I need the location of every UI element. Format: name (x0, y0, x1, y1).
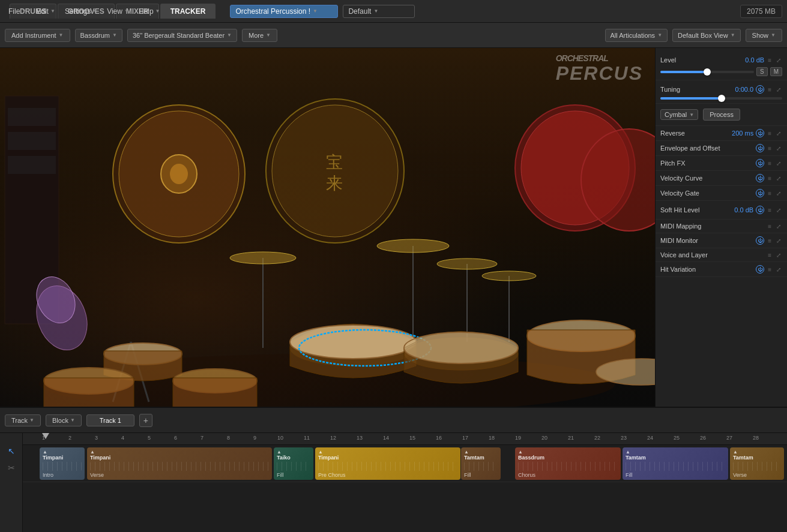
envelope-expand-icon[interactable]: ⤢ (775, 145, 782, 152)
add-track-button[interactable]: + (139, 414, 152, 427)
timeline-area: 1 2 3 4 5 6 7 8 9 10 11 12 13 14 15 16 1 (23, 433, 787, 532)
reverse-expand-icon[interactable]: ⤢ (775, 130, 782, 137)
pitch-fx-expand-icon[interactable]: ⤢ (775, 160, 782, 167)
menu-view[interactable]: View ▼ (103, 5, 133, 18)
pitch-fx-power-button[interactable]: ⏻ (756, 159, 764, 167)
track-block-taiko-fill[interactable]: ▲ Taiko Fill (274, 447, 313, 480)
tuning-power-button[interactable]: ⏻ (756, 85, 764, 94)
instrument-name: Orchestral Percussion ! (235, 7, 310, 16)
solo-button[interactable]: S (756, 67, 768, 76)
envelope-menu-icon[interactable]: ≡ (767, 145, 773, 152)
reverse-menu-icon[interactable]: ≡ (767, 130, 773, 137)
instrument-selector[interactable]: Orchestral Percussion ! ▼ (230, 5, 338, 18)
level-slider-thumb[interactable] (704, 68, 711, 76)
track-dropdown[interactable]: Track ▼ (5, 414, 41, 426)
midi-monitor-power-button[interactable]: ⏻ (756, 236, 764, 245)
soft-hit-power-button[interactable]: ⏻ (756, 206, 764, 214)
velocity-gate-section[interactable]: Velocity Gate ⏻ ≡ ⤢ (656, 186, 787, 201)
mute-button[interactable]: M (770, 67, 782, 76)
block-icon: ▲ (318, 449, 457, 455)
menu-help[interactable]: Help ▼ (135, 5, 164, 18)
add-instrument-button[interactable]: Add Instrument ▼ (5, 29, 70, 42)
level-menu-icon[interactable]: ≡ (767, 57, 773, 64)
track-controls: Track ▼ Block ▼ Track 1 + (0, 408, 787, 433)
soft-hit-expand-icon[interactable]: ⤢ (775, 207, 782, 214)
level-slider[interactable]: S M (660, 67, 782, 76)
ruler-mark-27: 27 (726, 435, 732, 441)
midi-monitor-menu-icon[interactable]: ≡ (767, 238, 773, 244)
track-block-tamtam-fill1[interactable]: ▲ Tamtam Fill (461, 447, 501, 480)
soft-hit-value: 0.0 dB (734, 206, 753, 214)
tuning-slider-thumb[interactable] (718, 95, 725, 102)
tuning-slider[interactable] (660, 97, 782, 100)
envelope-section[interactable]: Envelope and Offset ⏻ ≡ ⤢ (656, 141, 787, 156)
midi-mapping-expand-icon[interactable]: ⤢ (775, 223, 782, 230)
track-block-verse[interactable]: ▲ Timpani Verse (87, 447, 272, 480)
reverse-section[interactable]: Reverse 200 ms ⏻ ≡ ⤢ (656, 126, 787, 141)
menu-settings[interactable]: Settings ▼ (61, 5, 101, 18)
velocity-gate-power-button[interactable]: ⏻ (756, 189, 764, 197)
midi-monitor-expand-icon[interactable]: ⤢ (775, 238, 782, 244)
midi-monitor-section[interactable]: MIDI Monitor ⏻ ≡ ⤢ (656, 233, 787, 248)
level-value: 0.0 dB (745, 56, 764, 64)
menu-bar: DRUMS GROOVES MIXER TRACKER Orchestral P… (0, 0, 787, 23)
drum-selector[interactable]: Bassdrum ▼ (75, 29, 122, 42)
velocity-curve-power-button[interactable]: ⏻ (756, 174, 764, 182)
midi-mapping-menu-icon[interactable]: ≡ (767, 223, 773, 230)
menu-file[interactable]: File ▼ (5, 5, 30, 18)
track-block-tamtam-verse[interactable]: ▲ Tamtam Verse (730, 447, 784, 480)
track-block-tamtam-fill2[interactable]: ▲ Tamtam Fill (623, 447, 728, 480)
select-tool[interactable]: ↖ (7, 445, 16, 457)
block-icon: ▲ (464, 449, 498, 455)
midi-mapping-section[interactable]: MIDI Mapping ≡ ⤢ (656, 220, 787, 233)
beater-selector[interactable]: 36" Bergerault Standard Beater ▼ (127, 29, 237, 42)
process-button[interactable]: Process (703, 109, 740, 121)
hit-variation-section[interactable]: Hit Variation ⏻ ≡ ⤢ (656, 262, 787, 277)
velocity-curve-controls: ⏻ ≡ ⤢ (756, 174, 782, 182)
tuning-expand-icon[interactable]: ⤢ (775, 86, 782, 93)
ruler-mark-23: 23 (621, 435, 627, 441)
block-pattern (464, 462, 498, 471)
velocity-curve-menu-icon[interactable]: ≡ (767, 175, 773, 182)
cymbal-selector[interactable]: Cymbal ▼ (660, 109, 698, 120)
tuning-menu-icon[interactable]: ≡ (767, 86, 773, 93)
cut-tool[interactable]: ✂ (7, 462, 16, 474)
velocity-gate-menu-icon[interactable]: ≡ (767, 190, 773, 197)
track-name[interactable]: Track 1 (86, 414, 134, 426)
soft-hit-menu-icon[interactable]: ≡ (767, 207, 773, 214)
midi-mapping-controls: ≡ ⤢ (767, 223, 782, 230)
preset-selector[interactable]: Default ▼ (343, 5, 415, 18)
menu-edit[interactable]: Edit ▼ (32, 5, 59, 18)
ruler-mark-19: 19 (515, 435, 521, 441)
chevron-down-icon: ▼ (313, 8, 318, 14)
pitch-fx-menu-icon[interactable]: ≡ (767, 160, 773, 167)
chevron-down-icon: ▼ (112, 32, 117, 38)
block-dropdown[interactable]: Block ▼ (46, 414, 82, 426)
envelope-label: Envelope and Offset (660, 145, 720, 152)
tuning-slider-track[interactable] (660, 97, 782, 100)
voice-layer-menu-icon[interactable]: ≡ (767, 252, 773, 259)
level-slider-track[interactable] (660, 71, 754, 73)
ruler-mark-20: 20 (541, 435, 547, 441)
velocity-curve-expand-icon[interactable]: ⤢ (775, 175, 782, 182)
articulations-selector[interactable]: All Articulations ▼ (605, 29, 668, 42)
tab-tracker[interactable]: TRACKER (160, 4, 216, 19)
show-button[interactable]: Show ▼ (746, 29, 782, 42)
view-selector[interactable]: Default Box View ▼ (672, 29, 741, 42)
reverse-power-button[interactable]: ⏻ (756, 129, 764, 137)
hit-variation-menu-icon[interactable]: ≡ (767, 266, 773, 273)
reverse-label: Reverse (660, 130, 685, 137)
more-button[interactable]: More ▼ (242, 29, 277, 42)
track-block-prechorus[interactable]: ▲ Timpani Pre Chorus (315, 447, 460, 480)
voice-layer-expand-icon[interactable]: ⤢ (775, 252, 782, 259)
voice-layer-section[interactable]: Voice and Layer ≡ ⤢ (656, 248, 787, 262)
track-block-chorus[interactable]: ▲ Bassdrum Chorus (515, 447, 621, 480)
level-expand-icon[interactable]: ⤢ (775, 57, 782, 64)
pitch-fx-section[interactable]: Pitch FX ⏻ ≡ ⤢ (656, 156, 787, 171)
hit-variation-power-button[interactable]: ⏻ (756, 265, 764, 273)
hit-variation-expand-icon[interactable]: ⤢ (775, 266, 782, 273)
track-block-intro[interactable]: ▲ Timpani Intro (40, 447, 85, 480)
envelope-power-button[interactable]: ⏻ (756, 144, 764, 152)
velocity-curve-section[interactable]: Velocity Curve ⏻ ≡ ⤢ (656, 171, 787, 186)
velocity-gate-expand-icon[interactable]: ⤢ (775, 190, 782, 197)
